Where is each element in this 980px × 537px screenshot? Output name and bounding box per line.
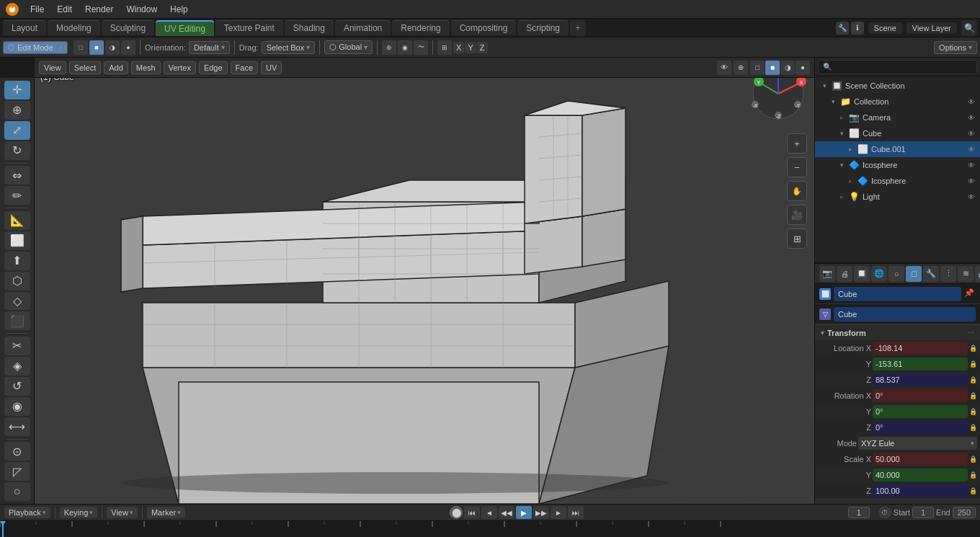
start-frame-val[interactable]: 1	[912, 507, 934, 518]
tab-shading[interactable]: Shading	[285, 20, 334, 35]
drag-selector[interactable]: Select Box	[262, 41, 316, 54]
uv-btn[interactable]: UV	[261, 61, 282, 74]
ol-expand-icosphere[interactable]: ▸	[845, 176, 855, 186]
ol-eye-cube[interactable]: 👁	[966, 128, 977, 139]
shading-render[interactable]: ●	[796, 61, 810, 75]
search-btn[interactable]: 🔍	[961, 20, 977, 36]
ol-light[interactable]: ▸ 💡 Light 👁	[815, 189, 980, 205]
delta-transform-section[interactable]: ▸ Delta Transform ⋯	[815, 499, 980, 504]
3d-viewport[interactable]: User Perspective (1) Cube X Y Z -X -Y -Z	[35, 58, 814, 504]
menu-help[interactable]: Help	[164, 3, 194, 16]
clock-icon[interactable]: ⏱	[878, 506, 891, 519]
props-world-tab[interactable]: ○	[888, 266, 904, 282]
props-modifiers-tab[interactable]: 🔧	[923, 266, 939, 282]
rotation-x-lock[interactable]: 🔒	[969, 392, 977, 399]
lookdev-btn[interactable]: ◑	[105, 40, 120, 55]
ol-expand-collection[interactable]: ▾	[828, 97, 838, 107]
add-btn[interactable]: Add	[104, 61, 128, 74]
ol-cube001[interactable]: ▸ ⬜ Cube.001 👁	[815, 141, 980, 157]
jump-start-btn[interactable]: ⏮	[464, 506, 480, 519]
props-object-tab[interactable]: ◻	[906, 266, 922, 282]
keyframe-indicator[interactable]: ⬤	[450, 506, 463, 519]
keying-menu[interactable]: Keying	[60, 507, 98, 518]
rotation-x-field[interactable]: 0°	[873, 389, 968, 402]
scale-y-field[interactable]: 40.000	[873, 469, 968, 481]
render-btn[interactable]: ●	[121, 40, 135, 55]
shading-lookdev[interactable]: ◑	[780, 61, 795, 75]
end-frame-val[interactable]: 250	[953, 507, 976, 518]
tab-compositing[interactable]: Compositing	[451, 20, 517, 35]
snap-toggle[interactable]: ⊕	[382, 40, 396, 55]
jump-end-btn[interactable]: ⏭	[568, 506, 584, 519]
cursor-tool[interactable]: ✛	[4, 81, 30, 99]
bevel-tool[interactable]: ◇	[4, 292, 30, 311]
face-btn[interactable]: Face	[231, 61, 258, 74]
poly-build-tool[interactable]: ◈	[4, 357, 30, 376]
shading-solid[interactable]: ■	[765, 61, 780, 75]
pin-button[interactable]: 📌	[964, 288, 976, 300]
add-cube-tool[interactable]: ⬜	[4, 231, 30, 250]
menu-window[interactable]: Window	[120, 3, 163, 16]
ol-icosphere[interactable]: ▸ 🔷 Icosphere 👁	[815, 173, 980, 189]
view-btn[interactable]: View	[39, 61, 66, 74]
scale-z-lock[interactable]: 🔒	[969, 487, 977, 494]
zoom-out-btn[interactable]: −	[787, 157, 807, 177]
mesh-name-field[interactable]: Cube	[834, 307, 976, 321]
viewport-overlays-btn[interactable]: 👁	[717, 61, 731, 75]
playback-menu[interactable]: Playback	[4, 507, 50, 518]
next-keyframe-btn[interactable]: ▶▶	[533, 506, 549, 519]
props-constraints-tab[interactable]: 🔗	[975, 266, 980, 282]
proportional-mode[interactable]: 〜	[414, 40, 428, 55]
edge-slide-tool[interactable]: ⟷	[4, 417, 30, 436]
camera-btn[interactable]: 🎥	[787, 205, 807, 225]
location-z-field[interactable]: 88.537	[873, 373, 968, 386]
inset-tool[interactable]: ⬡	[4, 272, 30, 290]
options-btn[interactable]: Options	[934, 41, 977, 54]
view-layer-selector[interactable]: View Layer	[906, 22, 957, 34]
scene-selector[interactable]: Scene	[868, 22, 902, 34]
measure-tool[interactable]: 📐	[4, 211, 30, 230]
ol-expand-camera[interactable]: ▸	[837, 112, 847, 123]
sphere-tool[interactable]: ○	[4, 482, 30, 501]
xray-btn[interactable]: ⊞	[437, 40, 452, 55]
spin-tool[interactable]: ↺	[4, 377, 30, 396]
shear-tool[interactable]: ◸	[4, 462, 30, 481]
scale-y-lock[interactable]: 🔒	[969, 471, 977, 479]
orientation-selector[interactable]: Default	[189, 41, 230, 54]
knife-tool[interactable]: ✂	[4, 337, 30, 355]
ol-expand-cube[interactable]: ▾	[837, 128, 847, 138]
loop-cut-tool[interactable]: ⬛	[4, 311, 30, 330]
ol-eye-camera[interactable]: 👁	[966, 112, 977, 123]
x-axis-btn[interactable]: X	[453, 42, 464, 53]
tab-uv-editing-visible[interactable]: UV Editing	[156, 20, 214, 36]
location-y-lock[interactable]: 🔒	[969, 360, 977, 368]
transform-options-dots[interactable]: ⋯	[967, 329, 974, 337]
scale-x-field[interactable]: 50.000	[873, 453, 968, 466]
next-frame-btn[interactable]: ►	[551, 506, 566, 519]
current-frame-display[interactable]: 1	[848, 507, 870, 518]
menu-file[interactable]: File	[24, 3, 50, 16]
rotation-z-field[interactable]: 0°	[873, 421, 968, 434]
ol-eye-collection[interactable]: 👁	[966, 96, 977, 107]
transform-selector[interactable]: ⬡ Global	[324, 40, 373, 54]
select-btn[interactable]: Select	[69, 61, 102, 74]
prev-keyframe-btn[interactable]: ◀◀	[499, 506, 514, 519]
z-axis-btn[interactable]: Z	[477, 42, 488, 53]
props-output-tab[interactable]: 🖨	[837, 266, 852, 282]
wireframe-btn[interactable]: □	[74, 40, 88, 55]
play-btn[interactable]: ▶	[516, 506, 532, 519]
tab-layout[interactable]: Layout	[3, 20, 46, 35]
prev-frame-btn[interactable]: ◄	[481, 506, 497, 519]
menu-render[interactable]: Render	[79, 3, 119, 16]
shrink-tool[interactable]: ⊙	[4, 442, 30, 461]
location-y-field[interactable]: -153.61	[873, 358, 968, 370]
rotation-y-lock[interactable]: 🔒	[969, 408, 977, 415]
shading-wire[interactable]: □	[750, 61, 765, 75]
ol-scene-collection[interactable]: ▾ 🔲 Scene Collection	[815, 78, 980, 94]
engine-icon[interactable]: 🔧	[836, 22, 849, 35]
ol-expand-icosphere-parent[interactable]: ▾	[837, 160, 847, 170]
info-icon[interactable]: ℹ	[851, 22, 864, 35]
location-x-lock[interactable]: 🔒	[969, 345, 977, 352]
ol-camera[interactable]: ▸ 📷 Camera 👁	[815, 110, 980, 125]
smooth-tool[interactable]: ◉	[4, 397, 30, 416]
